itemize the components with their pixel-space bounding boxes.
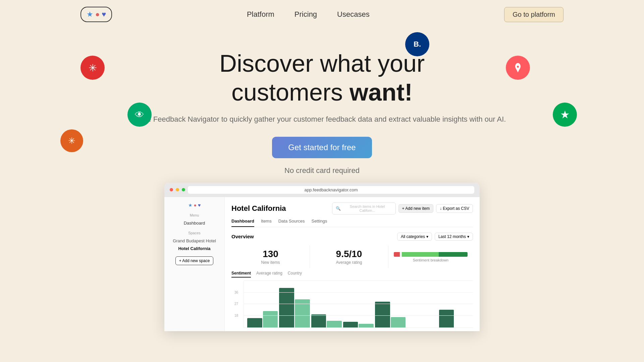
add-new-space-button[interactable]: + Add new space xyxy=(175,256,214,265)
hero-headline: Discover what your customers want! xyxy=(7,49,637,107)
chart-y-label-27: 27 xyxy=(234,302,238,306)
search-icon: 🔍 xyxy=(336,206,341,211)
booking-icon: B. xyxy=(405,32,429,56)
main-tabs: Dashboard Items Data Sources Settings xyxy=(231,219,473,227)
sidebar-menu-label: Menu xyxy=(170,213,219,217)
overview-header: Overview All categories ▾ Last 12 months… xyxy=(231,233,473,241)
main-header: Hotel California 🔍 Search items in Hotel… xyxy=(231,202,473,215)
stat-new-items-label: New items xyxy=(237,260,304,265)
misc-icon: ✳ xyxy=(60,129,83,152)
tab-settings[interactable]: Settings xyxy=(311,219,327,227)
overview-stats: 130 New items 9.5/10 Average rating xyxy=(231,245,473,268)
bar xyxy=(391,317,406,327)
sentiment-positive-dark-bar xyxy=(439,252,468,257)
bar xyxy=(359,324,374,327)
airbnb-icon xyxy=(506,56,530,80)
mstarz-icon: ★ xyxy=(553,103,577,127)
export-csv-button[interactable]: ↓ Export as CSV xyxy=(436,204,473,213)
chart-y-label-36: 36 xyxy=(234,290,238,294)
tab-items[interactable]: Items xyxy=(261,219,272,227)
bar xyxy=(375,302,390,327)
stat-rating: 9.5/10 Average rating xyxy=(310,245,388,268)
bar xyxy=(439,310,454,327)
logo-heart-icon: ♥ xyxy=(102,10,106,19)
chevron-down-icon: ▾ xyxy=(426,234,428,239)
stat-rating-number: 9.5/10 xyxy=(315,249,383,259)
navbar: ★ ● ♥ Platform Pricing Usecases Go to pl… xyxy=(0,0,644,29)
chart-y-label-18: 18 xyxy=(234,314,238,317)
search-box[interactable]: 🔍 Search items in Hotel Californ... xyxy=(332,202,396,215)
search-placeholder: Search items in Hotel Californ... xyxy=(343,204,392,213)
main-actions: 🔍 Search items in Hotel Californ... + Ad… xyxy=(332,202,473,215)
main-content: Hotel California 🔍 Search items in Hotel… xyxy=(225,197,480,331)
sidebar-item-hotel-california[interactable]: Hotel California xyxy=(170,245,219,252)
tab-data-sources[interactable]: Data Sources xyxy=(278,219,305,227)
sentiment-neutral-bar xyxy=(400,252,402,257)
logo-circle-icon: ● xyxy=(95,10,100,19)
sentiment-positive-light-bar xyxy=(402,252,439,257)
bar xyxy=(279,288,294,327)
filter-group: All categories ▾ Last 12 months ▾ xyxy=(397,233,473,241)
logo[interactable]: ★ ● ♥ xyxy=(80,7,112,22)
bars-group xyxy=(244,281,473,327)
bar xyxy=(263,311,278,327)
sidebar-item-grand-budapest[interactable]: Grand Budapest Hotel xyxy=(170,237,219,245)
filter-period-button[interactable]: Last 12 months ▾ xyxy=(435,233,473,241)
sidebar-spaces-label: Spaces xyxy=(170,231,219,235)
nav-links: Platform Pricing Usecases xyxy=(247,10,370,19)
sentiment-label: Sentiment breakdown xyxy=(394,258,468,262)
go-to-platform-button[interactable]: Go to platform xyxy=(504,7,564,22)
chart-tab-country[interactable]: Country xyxy=(288,271,302,278)
bar xyxy=(327,321,342,327)
logo-star-icon: ★ xyxy=(87,10,93,19)
stat-new-items-number: 130 xyxy=(237,249,304,259)
sidebar-item-dashboard[interactable]: Dashboard xyxy=(170,219,219,227)
browser-url: app.feedbacknavigator.com xyxy=(188,186,474,194)
hotel-title: Hotel California xyxy=(231,204,286,213)
chart-area: 36 27 18 xyxy=(244,281,473,328)
bar xyxy=(247,318,262,327)
yelp-icon: ✳ xyxy=(80,56,105,80)
nav-platform[interactable]: Platform xyxy=(247,10,274,19)
sentiment-negative-bar xyxy=(394,252,400,257)
app-screenshot: app.feedbacknavigator.com ★ ● ♥ Menu Das… xyxy=(164,183,480,331)
sidebar: ★ ● ♥ Menu Dashboard Spaces Grand Budape… xyxy=(164,197,225,331)
hero-section: ✳ 👁 ★ ✳ B. Discover what your customers … xyxy=(0,29,644,345)
stat-sentiment: Sentiment breakdown xyxy=(388,245,473,268)
filter-categories-button[interactable]: All categories ▾ xyxy=(397,233,432,241)
browser-bar: app.feedbacknavigator.com xyxy=(164,183,480,197)
nav-usecases[interactable]: Usecases xyxy=(337,10,370,19)
chevron-down-icon: ▾ xyxy=(467,234,469,239)
stat-new-items: 130 New items xyxy=(231,245,310,268)
bar xyxy=(311,314,326,327)
hero-subtext: Use Feedback Navigator to quickly gather… xyxy=(7,114,637,125)
stat-rating-label: Average rating xyxy=(315,260,383,265)
app-body: ★ ● ♥ Menu Dashboard Spaces Grand Budape… xyxy=(164,197,480,331)
no-cc-label: No credit card required xyxy=(7,165,637,176)
overview-title: Overview xyxy=(231,234,254,239)
cta-button[interactable]: Get started for free xyxy=(272,137,372,158)
nav-pricing[interactable]: Pricing xyxy=(294,10,317,19)
chart-tab-sentiment[interactable]: Sentiment xyxy=(231,271,251,278)
chart-tabs: Sentiment Average rating Country xyxy=(231,271,473,278)
add-new-item-button[interactable]: + Add new item xyxy=(398,204,433,213)
sidebar-logo: ★ ● ♥ xyxy=(170,202,219,208)
tripadvisor-icon: 👁 xyxy=(127,103,152,127)
tab-dashboard[interactable]: Dashboard xyxy=(231,219,254,227)
chart-tab-avg-rating[interactable]: Average rating xyxy=(256,271,282,278)
bar xyxy=(343,322,358,327)
